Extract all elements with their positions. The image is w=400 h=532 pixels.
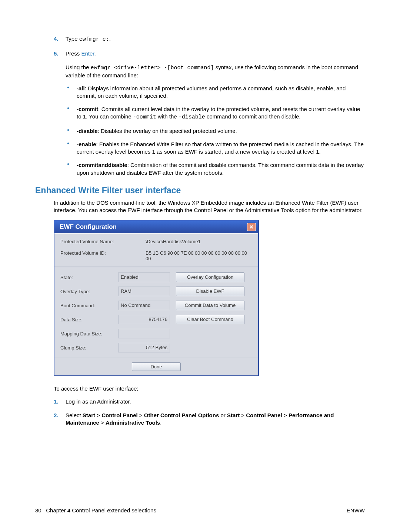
volume-name-value: \Device\HarddiskVolume1 [146, 239, 252, 244]
step-text: Select Start > Control Panel > Other Con… [66, 412, 334, 426]
step-number: 2. [54, 412, 59, 419]
state-section: State: Enabled Overlay Configuration Ove… [54, 267, 258, 358]
document-page: 4. Type ewfmgr c:. 5. Press Enter. Using… [0, 0, 400, 532]
close-icon: ✕ [249, 224, 254, 230]
command-bullet-list: -all: Displays information about all pro… [66, 85, 365, 177]
syntax-paragraph: Using the ewfmgr <drive-letter> -[boot c… [66, 64, 365, 80]
volume-id-label: Protected Volume ID: [60, 250, 127, 261]
data-size-label: Data Size: [60, 317, 112, 322]
commit-data-button[interactable]: Commit Data to Volume [176, 301, 244, 310]
bullet-disable: -disable: Disables the overlay on the sp… [66, 127, 365, 135]
boot-command-label: Boot Command: [60, 303, 112, 308]
close-button[interactable]: ✕ [247, 223, 256, 231]
step-text: Press Enter. [66, 50, 96, 57]
done-button[interactable]: Done [132, 362, 181, 371]
step-text: Type ewfmgr c:. [66, 36, 111, 42]
mapping-data-size-value [118, 329, 170, 338]
data-size-value: 8754176 [118, 315, 170, 324]
disable-ewf-button[interactable]: Disable EWF [176, 287, 244, 296]
footer-left: 30 Chapter 4 Control Panel extended sele… [35, 507, 156, 513]
section-heading: Enhanced Write Filter user interface [35, 185, 365, 195]
done-row: Done [54, 358, 258, 375]
access-step-1: 1. Log in as an Administrator. [54, 398, 365, 405]
window-titlebar: EWF Configuration ✕ [54, 221, 258, 233]
state-grid: State: Enabled Overlay Configuration Ove… [60, 272, 252, 352]
volume-id-row: Protected Volume ID: B5 1B C6 90 00 7E 0… [60, 250, 252, 261]
state-value: Enabled [118, 272, 170, 282]
volume-name-label: Protected Volume Name: [60, 239, 127, 244]
clear-boot-command-button[interactable]: Clear Boot Command [176, 315, 244, 324]
mapping-data-size-label: Mapping Data Size: [60, 331, 112, 337]
step-5: 5. Press Enter. [54, 50, 365, 57]
enter-key-link[interactable]: Enter [81, 50, 94, 57]
access-intro: To access the EWF user interface: [54, 385, 365, 392]
overlay-type-value: RAM [118, 287, 170, 296]
bullet-all: -all: Displays information about all pro… [66, 85, 365, 100]
volume-name-row: Protected Volume Name: \Device\HarddiskV… [60, 239, 252, 244]
steps-bottom-list: 1. Log in as an Administrator. 2. Select… [54, 398, 365, 426]
volume-id-value: B5 1B C6 90 00 7E 00 00 00 00 00 00 00 0… [146, 250, 252, 261]
steps-top-list: 4. Type ewfmgr c:. 5. Press Enter. [54, 35, 365, 57]
footer-right: ENWW [347, 507, 365, 513]
volume-info-section: Protected Volume Name: \Device\HarddiskV… [54, 233, 258, 267]
overlay-type-label: Overlay Type: [60, 289, 112, 294]
step-number: 1. [54, 398, 59, 405]
main-content: 4. Type ewfmgr c:. 5. Press Enter. Using… [54, 35, 365, 426]
step-text: Log in as an Administrator. [66, 398, 131, 405]
bullet-commit: -commit: Commits all current level data … [66, 106, 365, 121]
boot-command-value: No Command [118, 301, 170, 310]
state-label: State: [60, 275, 112, 280]
clump-size-value: 512 Bytes [118, 343, 170, 352]
intro-paragraph: In addition to the DOS command-line tool… [54, 199, 365, 214]
bullet-commitanddisable: -commitanddisable: Combination of the co… [66, 161, 365, 177]
ewf-configuration-window: EWF Configuration ✕ Protected Volume Nam… [54, 220, 259, 376]
window-title: EWF Configuration [60, 223, 117, 231]
bullet-enable: -enable: Enables the Enhanced Write Filt… [66, 141, 365, 156]
step-number: 5. [54, 50, 59, 57]
clump-size-label: Clump Size: [60, 345, 112, 351]
page-footer: 30 Chapter 4 Control Panel extended sele… [35, 507, 365, 513]
step-number: 4. [54, 35, 59, 43]
overlay-config-button[interactable]: Overlay Configuration [176, 272, 244, 282]
page-number: 30 [35, 507, 41, 513]
step-4: 4. Type ewfmgr c:. [54, 35, 365, 43]
access-step-2: 2. Select Start > Control Panel > Other … [54, 412, 365, 426]
chapter-title: Chapter 4 Control Panel extended selecti… [46, 507, 156, 513]
